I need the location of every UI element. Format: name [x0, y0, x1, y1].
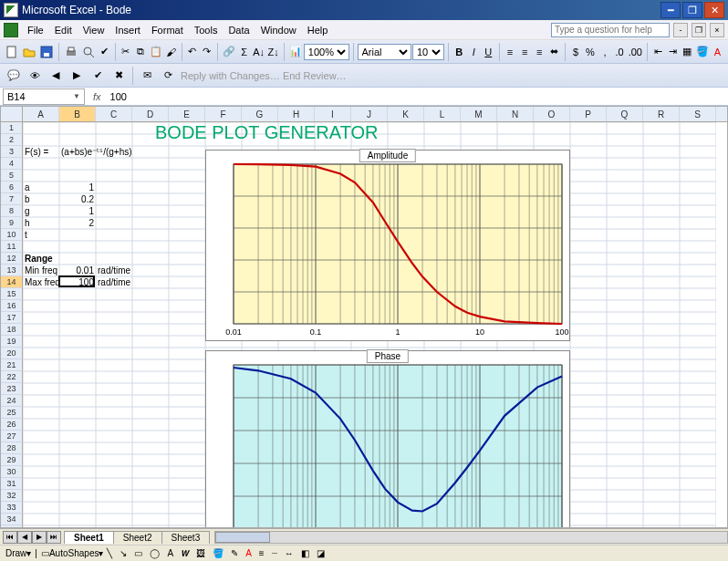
row-head-24[interactable]: 24 — [1, 395, 23, 407]
font-select[interactable]: Arial — [358, 44, 412, 60]
col-head-Q[interactable]: Q — [607, 107, 643, 121]
cell-A7[interactable]: b — [23, 193, 59, 205]
prev-comment-icon[interactable]: ◀ — [46, 66, 66, 86]
col-head-H[interactable]: H — [278, 107, 315, 121]
align-left-icon[interactable]: ≡ — [504, 42, 517, 62]
doc-close-button[interactable]: × — [710, 23, 724, 37]
format-painter-icon[interactable]: 🖌 — [164, 42, 178, 62]
row-head-29[interactable]: 29 — [1, 454, 23, 466]
bold-icon[interactable]: B — [452, 42, 466, 62]
percent-icon[interactable]: % — [583, 42, 597, 62]
last-sheet-button[interactable]: ⏭ — [47, 531, 61, 544]
maximize-button[interactable]: ❐ — [682, 2, 702, 18]
name-box[interactable]: B14 ▼ — [3, 88, 85, 105]
cell-B13[interactable]: 0.01 — [59, 265, 96, 276]
row-head-20[interactable]: 20 — [1, 348, 23, 359]
row-headers[interactable]: 1234567891011121314151617181920212223242… — [1, 122, 23, 527]
menu-tools[interactable]: Tools — [189, 23, 224, 37]
paste-icon[interactable]: 📋 — [149, 42, 163, 62]
row-head-4[interactable]: 4 — [1, 158, 23, 170]
cell-A9[interactable]: h — [23, 217, 59, 229]
row-head-22[interactable]: 22 — [1, 371, 23, 383]
cell-C13[interactable]: rad/time — [96, 265, 132, 276]
new-icon[interactable] — [4, 42, 20, 62]
sort-desc-icon[interactable]: Z↓ — [266, 42, 280, 62]
cell-B3[interactable]: (a+bs)e⁻ᵗˢ/(g+hs) — [59, 146, 169, 158]
col-head-P[interactable]: P — [570, 107, 607, 121]
row-head-32[interactable]: 32 — [1, 490, 23, 502]
menu-data[interactable]: Data — [223, 23, 255, 37]
show-comment-icon[interactable]: 👁 — [25, 66, 45, 86]
row-head-31[interactable]: 31 — [1, 478, 23, 490]
menu-edit[interactable]: Edit — [49, 23, 78, 37]
fill-color-icon[interactable]: 🪣 — [695, 42, 710, 62]
print-preview-icon[interactable] — [80, 42, 97, 62]
phase-chart[interactable]: Phase 0.010.1110100 — [205, 350, 570, 527]
update-file-icon[interactable]: ⟳ — [158, 66, 178, 86]
row-head-2[interactable]: 2 — [1, 134, 23, 146]
undo-icon[interactable]: ↶ — [185, 42, 199, 62]
hyperlink-icon[interactable]: 🔗 — [222, 42, 236, 62]
name-box-dropdown-icon[interactable]: ▼ — [73, 92, 80, 100]
underline-icon[interactable]: U — [482, 42, 495, 62]
menu-format[interactable]: Format — [146, 23, 189, 37]
col-head-S[interactable]: S — [680, 107, 716, 121]
row-head-30[interactable]: 30 — [1, 466, 23, 478]
redo-icon[interactable]: ↷ — [200, 42, 213, 62]
select-all-corner[interactable] — [1, 107, 23, 121]
dashstyle-icon[interactable]: ┈ — [272, 548, 277, 558]
cell-B14[interactable]: 100 — [59, 276, 96, 288]
cell-A10[interactable]: t — [23, 229, 59, 241]
row-head-18[interactable]: 18 — [1, 324, 23, 336]
autosum-icon[interactable]: Σ — [237, 42, 251, 62]
autoshapes-menu[interactable]: AutoShapes — [49, 548, 99, 558]
arrow-icon[interactable]: ↘ — [120, 548, 127, 558]
row-head-7[interactable]: 7 — [1, 193, 23, 205]
cell-A13[interactable]: Min freq — [23, 265, 59, 276]
copy-icon[interactable]: ⧉ — [133, 42, 147, 62]
row-head-21[interactable]: 21 — [1, 359, 23, 371]
cell-B8[interactable]: 1 — [59, 205, 96, 217]
col-head-G[interactable]: G — [242, 107, 278, 121]
col-head-F[interactable]: F — [205, 107, 242, 121]
tab-sheet1[interactable]: Sheet1 — [64, 531, 114, 544]
col-head-K[interactable]: K — [388, 107, 424, 121]
comma-icon[interactable]: , — [598, 42, 612, 62]
row-head-14[interactable]: 14 — [1, 276, 23, 288]
row-head-16[interactable]: 16 — [1, 300, 23, 312]
cell-B6[interactable]: 1 — [59, 182, 96, 193]
row-head-28[interactable]: 28 — [1, 442, 23, 454]
help-search-input[interactable] — [551, 23, 670, 37]
draw-menu[interactable]: Draw — [5, 548, 26, 558]
print-icon[interactable] — [63, 42, 79, 62]
zoom-select[interactable]: 100% — [304, 44, 349, 60]
col-head-M[interactable]: M — [461, 107, 497, 121]
tab-sheet2[interactable]: Sheet2 — [113, 531, 162, 544]
linecolor-icon[interactable]: ✎ — [231, 548, 238, 558]
cell-C14[interactable]: rad/time — [96, 276, 132, 288]
first-sheet-button[interactable]: ⏮ — [3, 531, 17, 544]
formula-input[interactable] — [107, 88, 728, 105]
save-icon[interactable] — [38, 42, 55, 62]
menu-help[interactable]: Help — [302, 23, 334, 37]
row-head-23[interactable]: 23 — [1, 383, 23, 395]
cell-A8[interactable]: g — [23, 205, 59, 217]
select-objects-icon[interactable]: ▭ — [41, 548, 49, 558]
col-head-C[interactable]: C — [96, 107, 132, 121]
menu-file[interactable]: File — [22, 23, 49, 37]
shadow-icon[interactable]: ◧ — [301, 548, 309, 558]
row-head-9[interactable]: 9 — [1, 217, 23, 229]
cell-B7[interactable]: 0.2 — [59, 193, 96, 205]
chart-wizard-icon[interactable]: 📊 — [288, 42, 303, 62]
amplitude-chart[interactable]: Amplitude 0.010.1110100 — [205, 150, 570, 341]
next-sheet-button[interactable]: ▶ — [32, 531, 47, 544]
menu-view[interactable]: View — [78, 23, 110, 37]
worksheet-area[interactable]: ABCDEFGHIJKLMNOPQRS 12345678910111213141… — [0, 106, 728, 528]
arrowstyle-icon[interactable]: ↔ — [285, 548, 294, 558]
tab-sheet3[interactable]: Sheet3 — [161, 531, 211, 544]
textbox-icon[interactable]: A — [167, 548, 173, 558]
prev-sheet-button[interactable]: ◀ — [17, 531, 32, 544]
row-head-8[interactable]: 8 — [1, 205, 23, 217]
accept-icon[interactable]: ✔ — [88, 66, 108, 86]
doc-restore-button[interactable]: ❐ — [692, 23, 706, 37]
